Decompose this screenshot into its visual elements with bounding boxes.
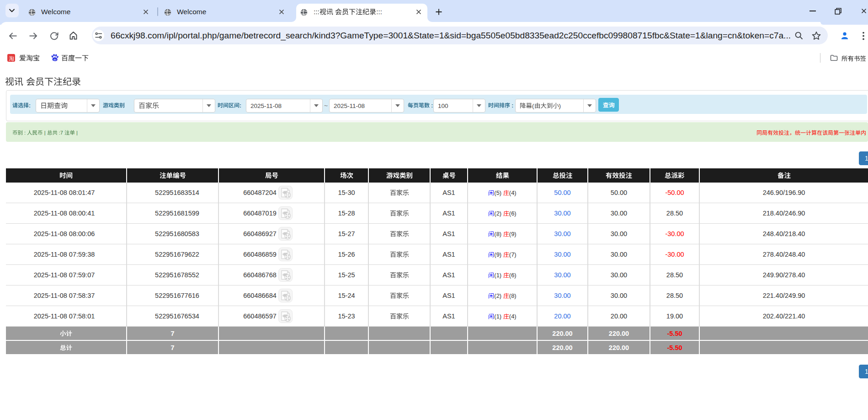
svg-text:du: du: [53, 58, 56, 61]
